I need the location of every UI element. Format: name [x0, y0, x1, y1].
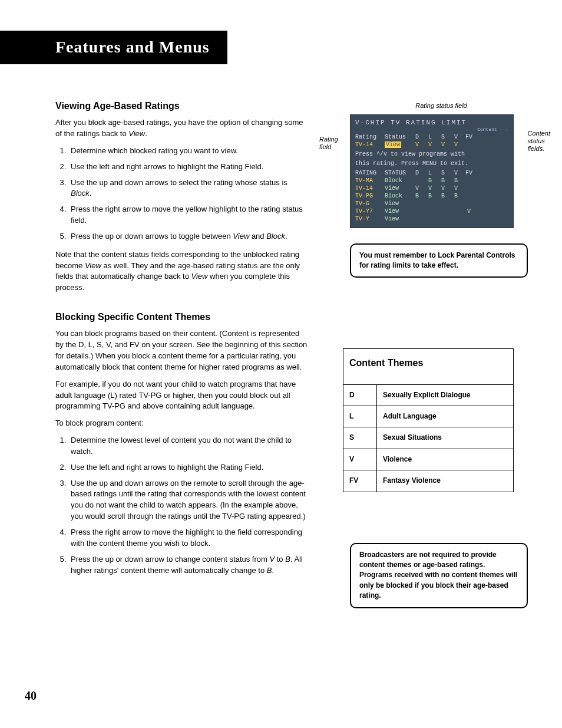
list-item: Use the up and down arrows on the remote…	[68, 478, 309, 522]
table-row: FVFantasy Violence	[343, 470, 514, 492]
list-item: Press the right arrow to move the highli…	[68, 527, 309, 549]
table-row: LAdult Language	[343, 406, 514, 427]
list-item: Determine which blocked rating you want …	[68, 146, 309, 157]
section2-p1: You can block programs based on their co…	[55, 328, 309, 373]
section2-p3: To block program content:	[55, 418, 309, 429]
table-row: VViolence	[343, 449, 514, 470]
section2-heading: Blocking Specific Content Themes	[55, 310, 309, 324]
figure-label-left: Ratingfield	[319, 136, 338, 151]
chapter-title: Features and Menus	[55, 38, 210, 56]
list-item: Use the up and down arrows to select the…	[68, 177, 309, 200]
page-number: 40	[25, 687, 37, 704]
figure-label-right: Contentstatusfields.	[527, 130, 550, 153]
content-themes-table: Content Themes DSexually Explicit Dialog…	[343, 348, 514, 492]
osd-selected-row: TV-14 View V V V V	[355, 141, 508, 149]
content-themes-title: Content Themes	[343, 349, 514, 384]
list-item: Press the up or down arrows to toggle be…	[68, 231, 309, 242]
section2-p2: For example, if you do not want your chi…	[55, 379, 309, 413]
callout-broadcaster-note: Broadcasters are not required to provide…	[350, 543, 528, 608]
section2: Blocking Specific Content Themes You can…	[55, 310, 309, 576]
right-column: Rating status field Ratingfield Contents…	[332, 99, 527, 608]
list-item: Determine the lowest level of content yo…	[68, 435, 309, 457]
list-item: Use the left and right arrows to highlig…	[68, 162, 309, 173]
table-row: SSexual Situations	[343, 427, 514, 449]
page: Features and Menus Viewing Age-Based Rat…	[0, 0, 562, 728]
osd-row: TV-14ViewVVVV	[355, 185, 508, 192]
section1-note: Note that the content status fields corr…	[55, 249, 309, 294]
section1-heading: Viewing Age-Based Ratings	[55, 99, 309, 113]
osd-title: V-CHIP TV RATING LIMIT	[355, 118, 508, 127]
osd-row: TV-Y7ViewV	[355, 207, 508, 215]
section2-steps: Determine the lowest level of content yo…	[55, 435, 309, 576]
section1-intro: After you block age-based ratings, you h…	[55, 117, 309, 140]
list-item: Use the left and right arrows to highlig…	[68, 462, 309, 473]
osd-header-row: Rating Status D L S V FV	[355, 133, 508, 141]
osd-row: TV-MABlockBBB	[355, 177, 508, 185]
osd-row: TV-GView	[355, 200, 508, 207]
section1-steps: Determine which blocked rating you want …	[55, 146, 309, 242]
left-column: Viewing Age-Based Ratings After you bloc…	[55, 99, 309, 608]
callout-lock-reminder: You must remember to Lock Parental Contr…	[350, 243, 528, 278]
rating-figure: Rating status field Ratingfield Contents…	[332, 101, 527, 228]
osd-row: TV-YView	[355, 215, 508, 223]
table-row: DSexually Explicit Dialogue	[343, 384, 514, 406]
osd-content-sub: - - Content - -	[355, 127, 508, 133]
list-item: Press the up or down arrow to change con…	[68, 554, 309, 577]
osd-row: TV-PGBlockBBBB	[355, 192, 508, 200]
osd-msg1: Press ^/v to view programs with	[355, 150, 508, 158]
osd-msg2: this rating. Press MENU to exit.	[355, 160, 508, 167]
list-item: Press the right arrow to move the yellow…	[68, 204, 309, 226]
content-columns: Viewing Age-Based Ratings After you bloc…	[55, 99, 529, 608]
vchip-osd: V-CHIP TV RATING LIMIT - - Content - - R…	[350, 114, 514, 228]
chapter-title-bar: Features and Menus	[0, 31, 227, 64]
osd-table-header: RATING STATUS D L S V FV	[355, 169, 508, 177]
figure-caption-top: Rating status field	[344, 101, 538, 111]
osd-rating-rows: TV-MABlockBBBTV-14ViewVVVVTV-PGBlockBBBB…	[355, 177, 508, 223]
